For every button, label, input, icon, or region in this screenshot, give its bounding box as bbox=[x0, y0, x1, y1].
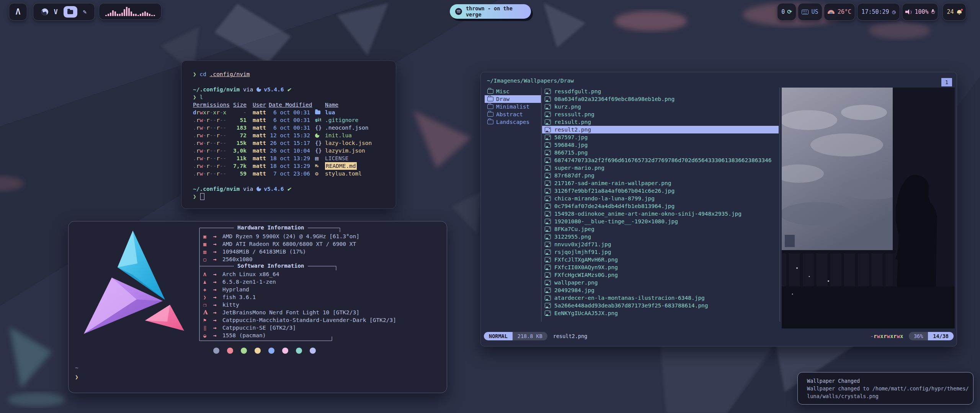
arrow-icon bbox=[213, 233, 222, 239]
file-entry[interactable]: rsjqojlmjhf91.jpg bbox=[542, 248, 779, 256]
file-entry[interactable]: FXfcHgcWIAMzs0G.png bbox=[542, 271, 779, 279]
software-icon bbox=[203, 272, 213, 277]
file-entry[interactable]: EeNKYgIUcAAJ5JX.png bbox=[542, 309, 779, 317]
sidebar-folder[interactable]: Minimalist bbox=[485, 103, 541, 111]
hardware-icon bbox=[203, 234, 213, 239]
prompt-icon: ❯ bbox=[75, 374, 78, 380]
info-text: JetBrainsMono Nerd Font Light 10 [GTK2/3… bbox=[222, 309, 359, 315]
image-file-icon bbox=[545, 180, 551, 186]
file-size: 183 bbox=[229, 124, 247, 132]
cava-bar bbox=[149, 14, 150, 16]
updates-module[interactable]: 0 ⟳ bbox=[777, 3, 796, 21]
file-size: - bbox=[229, 109, 247, 116]
unread-dot bbox=[961, 9, 963, 11]
sidebar-folder[interactable]: Draw bbox=[485, 95, 541, 103]
info-text: 1558 (pacman) bbox=[222, 332, 266, 338]
file-entry[interactable]: nnvuv0xj2df71.jpg bbox=[542, 241, 779, 248]
media-widget[interactable]: thrown - on the verge bbox=[450, 4, 531, 19]
prompt-cwd-line: ~/.config/nvim via v5.4.6 ✔ bbox=[193, 185, 388, 193]
software-icon bbox=[203, 333, 213, 338]
file-permissions: .rw-r--r-- bbox=[193, 170, 229, 177]
file-entry[interactable]: re1sult.png bbox=[542, 118, 779, 126]
breadcrumb-path: ~/Imagenes/Wallpapers/Draw bbox=[487, 77, 574, 85]
file-size-badge: 218.8 KB bbox=[513, 332, 547, 340]
notifications-module[interactable]: 24 bbox=[942, 3, 966, 21]
file-entry[interactable]: wallpaper.png bbox=[542, 279, 779, 286]
file-entry[interactable]: super-mario.png bbox=[542, 164, 779, 172]
file-size: 15k bbox=[229, 139, 247, 147]
file-entry[interactable]: chica-mirando-la-luna-8799.jpg bbox=[542, 195, 779, 202]
file-entry[interactable]: resssult.png bbox=[542, 111, 779, 118]
file-entry[interactable]: 5a266e448add93deab367d87173e9f25-6837886… bbox=[542, 302, 779, 309]
status-permissions: -rwxrwxrwx bbox=[871, 333, 903, 339]
palette-dot bbox=[255, 348, 261, 354]
weather-module[interactable]: 26°C bbox=[824, 3, 855, 21]
file-name: .gitignore bbox=[325, 116, 358, 124]
file-name: .neoconf.json bbox=[325, 124, 369, 132]
blank-line bbox=[193, 78, 388, 86]
file-entry-name: 596848.jpg bbox=[554, 142, 588, 148]
workspace-browser[interactable] bbox=[41, 8, 48, 15]
file-entry[interactable]: result2.png bbox=[542, 126, 779, 133]
file-entry[interactable]: 3126f7e9bbf21a8a4af0b67b041c6e26.jpg bbox=[542, 187, 779, 195]
image-file-icon bbox=[545, 150, 551, 155]
file-entry-name: resssult.png bbox=[554, 111, 595, 117]
file-entry[interactable]: atardecer-en-la-montanas-ilustracion-634… bbox=[542, 294, 779, 302]
cava-bar bbox=[114, 11, 116, 16]
workspace-design[interactable]: ✎ bbox=[83, 9, 87, 15]
command-text: l bbox=[199, 93, 203, 101]
notification-toast[interactable]: Wallpaper Changed Wallpaper changed to /… bbox=[797, 372, 973, 405]
notification-title: Wallpaper Changed bbox=[807, 377, 969, 385]
arrow-icon bbox=[213, 279, 222, 285]
file-entry[interactable]: kurz.png bbox=[542, 103, 779, 111]
file-entry[interactable]: 587597.jpg bbox=[542, 133, 779, 141]
sidebar-folder-name: Landscapes bbox=[496, 119, 529, 125]
info-row: AMD ATI Radeon RX 6800/6800 XT / 6900 XT bbox=[203, 240, 359, 248]
file-entry[interactable]: 866715.png bbox=[542, 149, 779, 156]
file-entry[interactable]: 154928-odinokoe_anime-art-anime-okno-sin… bbox=[542, 210, 779, 218]
file-entry[interactable]: 87r687df.png bbox=[542, 172, 779, 179]
info-row: kitty bbox=[203, 301, 396, 309]
input-line[interactable]: ❯ bbox=[193, 193, 388, 200]
file-entry[interactable]: 217167-sad-anime-rain-wallpaper.png bbox=[542, 179, 779, 187]
cava-bar bbox=[131, 11, 132, 16]
cava-bar bbox=[119, 14, 121, 16]
info-row: 1558 (pacman) bbox=[203, 332, 396, 339]
sidebar-folder[interactable]: Misc bbox=[485, 88, 541, 95]
cava-bar bbox=[105, 15, 107, 16]
file-size: 51 bbox=[229, 116, 247, 124]
file-entry-name: atardecer-en-la-montanas-ilustracion-634… bbox=[554, 295, 705, 301]
vim-icon: V bbox=[54, 9, 58, 15]
launcher-button[interactable]: Λ bbox=[9, 3, 27, 21]
file-entry[interactable]: ressdfgult.png bbox=[542, 88, 779, 95]
file-entry[interactable]: 0c794faf07de24a4db4d4fb1eb813964.jpg bbox=[542, 202, 779, 210]
info-row: Arch Linux x86_64 bbox=[203, 270, 396, 278]
file-entry[interactable]: 596848.jpg bbox=[542, 141, 779, 149]
hardware-icon bbox=[203, 249, 213, 255]
file-entry[interactable]: 3122955.png bbox=[542, 233, 779, 241]
tab-badge[interactable]: 1 bbox=[941, 78, 952, 86]
sidebar-folder[interactable]: Abstract bbox=[485, 111, 541, 118]
workspace-files-active[interactable] bbox=[64, 6, 77, 18]
speaker-icon bbox=[905, 9, 912, 15]
file-entry[interactable]: 68747470733a2f2f696d616765732d7769786d70… bbox=[542, 156, 779, 164]
image-file-icon bbox=[545, 135, 551, 140]
listing-row: .rw-r--r-- 59 matt 7 oct 23:06 stylua.to… bbox=[193, 170, 388, 177]
file-entry-name: nnvuv0xj2df71.jpg bbox=[554, 241, 611, 247]
clock-module[interactable]: 17:50:29 ◷ bbox=[857, 3, 900, 21]
file-entry[interactable]: FXfcJlTXgAMvH6R.png bbox=[542, 256, 779, 263]
workspace-editor[interactable]: V bbox=[54, 9, 58, 15]
sidebar-folder[interactable]: Landscapes bbox=[485, 118, 541, 126]
file-entry[interactable]: 19201080-__blue-tinge__-1920×1080.jpg bbox=[542, 218, 779, 225]
keyboard-layout-module[interactable]: US bbox=[798, 3, 822, 21]
volume-module[interactable]: 100% bbox=[902, 3, 938, 21]
file-entry[interactable]: 20492984.jpg bbox=[542, 286, 779, 294]
file-entry[interactable]: 8FKa7Cu.jpeg bbox=[542, 225, 779, 233]
file-date: 6 oct 00:31 bbox=[269, 109, 310, 116]
file-entry-name: 154928-odinokoe_anime-art-anime-okno-sin… bbox=[554, 211, 742, 217]
file-entry[interactable]: 08a634fa02a32364f69ebc86a98eb1eb.png bbox=[542, 95, 779, 103]
file-entry[interactable]: FXfcII0X0AQyn9X.png bbox=[542, 263, 779, 271]
command-text: cd bbox=[199, 70, 206, 78]
cava-bar bbox=[137, 15, 139, 16]
palette-dot bbox=[296, 348, 302, 354]
